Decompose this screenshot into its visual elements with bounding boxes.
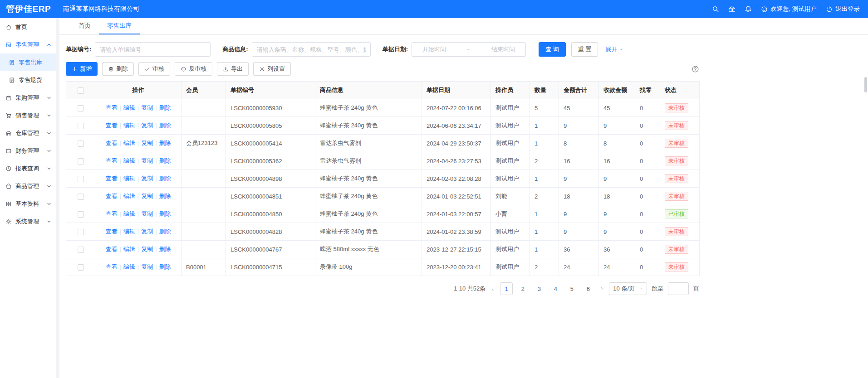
view-link[interactable]: 查看 [105, 193, 117, 199]
delete-link[interactable]: 删除 [159, 246, 171, 252]
search-button[interactable]: 查 询 [539, 42, 566, 57]
view-link[interactable]: 查看 [105, 175, 117, 182]
copy-link[interactable]: 复制 [141, 157, 153, 164]
delete-button[interactable]: 删除 [102, 62, 134, 76]
copy-link[interactable]: 复制 [141, 140, 153, 146]
row-checkbox[interactable] [78, 211, 84, 218]
copy-link[interactable]: 复制 [141, 104, 153, 111]
select-all-checkbox[interactable] [78, 87, 84, 94]
product-input[interactable] [252, 42, 371, 57]
copy-link[interactable]: 复制 [141, 228, 153, 235]
delete-link[interactable]: 删除 [159, 263, 171, 270]
row-checkbox[interactable] [78, 176, 84, 182]
date-range-input[interactable]: 开始时间 ~ 结束时间 [412, 42, 526, 57]
bill-no-cell: LSCK00000005930 [226, 99, 315, 117]
view-link[interactable]: 查看 [105, 122, 117, 129]
prev-page-button[interactable] [490, 286, 495, 291]
welcome-user[interactable]: 欢迎您, 测试用户 [761, 5, 817, 13]
edit-link[interactable]: 编辑 [123, 140, 135, 146]
export-button[interactable]: 导出 [217, 62, 249, 76]
sidebar-item-label: 报表查询 [15, 165, 39, 173]
member-cell [181, 241, 226, 258]
tab-home[interactable]: 首页 [70, 18, 99, 34]
row-checkbox[interactable] [78, 105, 84, 111]
copy-link[interactable]: 复制 [141, 122, 153, 129]
sidebar-item-goods[interactable]: 商品管理 [0, 177, 56, 195]
delete-link[interactable]: 删除 [159, 140, 171, 146]
search-icon[interactable] [712, 5, 719, 13]
view-link[interactable]: 查看 [105, 246, 117, 252]
scrollbar-thumb[interactable] [864, 77, 867, 92]
row-checkbox[interactable] [78, 264, 84, 271]
page-number-1[interactable]: 1 [500, 282, 513, 295]
audit-button[interactable]: 审核 [138, 62, 170, 76]
sidebar-item-retail[interactable]: 零售管理 [0, 36, 56, 53]
row-checkbox[interactable] [78, 141, 84, 147]
sidebar-item-retail-outbound[interactable]: 零售出库 [0, 53, 56, 71]
delete-link[interactable]: 删除 [159, 193, 171, 199]
column-settings-button[interactable]: 列设置 [253, 62, 291, 76]
copy-link[interactable]: 复制 [141, 193, 153, 199]
sidebar-item-purchase[interactable]: 采购管理 [0, 89, 56, 107]
edit-link[interactable]: 编辑 [123, 122, 135, 129]
sidebar-item-sales[interactable]: 销售管理 [0, 107, 56, 124]
edit-link[interactable]: 编辑 [123, 104, 135, 111]
row-checkbox[interactable] [78, 123, 84, 129]
sidebar-item-retail-return[interactable]: 零售退货 [0, 71, 56, 89]
view-link[interactable]: 查看 [105, 104, 117, 111]
page-number-3[interactable]: 3 [533, 282, 545, 295]
jump-input[interactable] [668, 282, 689, 295]
unaudit-button[interactable]: 反审核 [175, 62, 212, 76]
next-page-button[interactable] [599, 286, 604, 291]
delete-link[interactable]: 删除 [159, 157, 171, 164]
help-icon[interactable] [691, 65, 699, 73]
copy-link[interactable]: 复制 [141, 263, 153, 270]
view-link[interactable]: 查看 [105, 140, 117, 146]
copy-link[interactable]: 复制 [141, 210, 153, 217]
delete-link[interactable]: 删除 [159, 104, 171, 111]
delete-link[interactable]: 删除 [159, 122, 171, 129]
delete-link[interactable]: 删除 [159, 210, 171, 217]
view-link[interactable]: 查看 [105, 157, 117, 164]
date-start-placeholder[interactable]: 开始时间 [422, 45, 446, 53]
edit-link[interactable]: 编辑 [123, 228, 135, 235]
bill-no-input[interactable] [95, 42, 211, 57]
copy-link[interactable]: 复制 [141, 175, 153, 182]
sidebar-item-home[interactable]: 首页 [0, 18, 56, 36]
sidebar-item-finance[interactable]: 财务管理 [0, 142, 56, 160]
edit-link[interactable]: 编辑 [123, 246, 135, 252]
sidebar-item-system[interactable]: 系统管理 [0, 213, 56, 230]
page-number-2[interactable]: 2 [516, 282, 529, 295]
add-button[interactable]: 新增 [66, 62, 98, 76]
row-checkbox[interactable] [78, 229, 84, 235]
page-number-4[interactable]: 4 [549, 282, 562, 295]
logout-button[interactable]: 退出登录 [826, 5, 860, 13]
edit-link[interactable]: 编辑 [123, 210, 135, 217]
reset-button[interactable]: 重 置 [571, 42, 598, 57]
copy-link[interactable]: 复制 [141, 246, 153, 252]
delete-link[interactable]: 删除 [159, 175, 171, 182]
expand-link[interactable]: 展开 [605, 45, 623, 53]
edit-link[interactable]: 编辑 [123, 175, 135, 182]
page-number-5[interactable]: 5 [565, 282, 578, 295]
edit-link[interactable]: 编辑 [123, 157, 135, 164]
sidebar-item-warehouse[interactable]: 仓库管理 [0, 124, 56, 142]
bank-icon[interactable] [728, 5, 736, 13]
edit-link[interactable]: 编辑 [123, 193, 135, 199]
tab-retail-outbound[interactable]: 零售出库 [99, 18, 140, 34]
row-checkbox[interactable] [78, 158, 84, 165]
date-end-placeholder[interactable]: 结束时间 [491, 45, 515, 53]
page-size-select[interactable]: 10 条/页 [609, 282, 647, 295]
view-link[interactable]: 查看 [105, 228, 117, 235]
view-link[interactable]: 查看 [105, 210, 117, 217]
sidebar-item-reports[interactable]: 报表查询 [0, 160, 56, 177]
sidebar-item-base-data[interactable]: 基本资料 [0, 195, 56, 213]
row-checkbox[interactable] [78, 247, 84, 253]
page-number-6[interactable]: 6 [582, 282, 594, 295]
row-checkbox[interactable] [78, 194, 84, 200]
bell-icon[interactable] [745, 5, 752, 13]
edit-link[interactable]: 编辑 [123, 263, 135, 270]
delete-link[interactable]: 删除 [159, 228, 171, 235]
view-link[interactable]: 查看 [105, 263, 117, 270]
status-cell: 未审核 [660, 258, 700, 276]
